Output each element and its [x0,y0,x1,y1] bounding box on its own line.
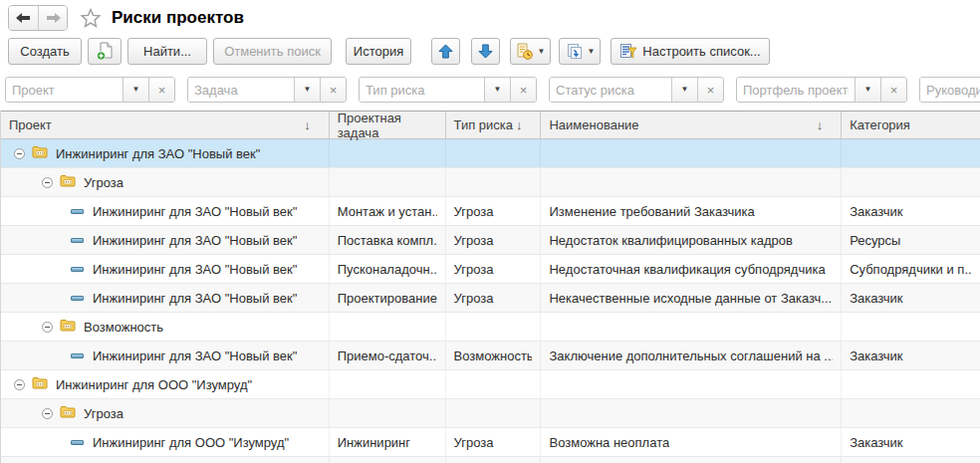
column-header-risk-type[interactable]: Тип риска↓ [446,112,542,138]
name-cell [541,399,842,427]
name-cell: Некачественные исходные данные от Заказч… [541,284,842,312]
task-filter-clear-button[interactable]: × [320,78,346,102]
task-filter-dropdown-button[interactable]: ▼ [294,78,320,102]
table-row-project-group[interactable]: Инжиниринг для ООО "Изумруд" [1,370,980,399]
name-cell: Недостаточная квалификация субподрядчика [541,255,842,283]
move-up-button[interactable] [431,38,460,65]
page-title: Риски проектов [112,8,244,28]
risk-status-filter-input[interactable] [550,78,671,102]
configure-list-button[interactable]: Настроить список... [611,38,770,65]
favorite-star-icon[interactable] [80,7,102,29]
report-menu-button[interactable]: ▼ [510,38,551,65]
toolbar: Создать Найти... Отменить поиск История [0,36,980,68]
task-cell [330,370,446,398]
sort-descending-icon: ↓ [516,117,523,132]
project-cell: Инжиниринг для ЗАО "Новый век" [1,226,330,254]
filter-risk-type: ▼ × [359,77,537,103]
table-row-risk[interactable]: Инжиниринг для ЗАО "Новый век" Приемо-сд… [1,342,980,370]
close-icon: × [707,83,715,98]
name-cell [541,168,842,196]
risk-type-filter-dropdown-button[interactable]: ▼ [484,78,510,102]
portfolio-filter-input[interactable] [737,78,855,102]
risk-type-cell [446,457,542,463]
project-filter-dropdown-button[interactable]: ▼ [122,78,148,102]
collapse-icon[interactable] [42,408,53,419]
task-cell: Поставка компл... [330,226,446,254]
project-cell: Инжиниринг для ЗАО "Новый век" [1,139,330,167]
risk-type-filter-input[interactable] [360,78,484,102]
category-cell: Ресурсы [842,226,980,254]
filter-task: ▼ × [187,77,347,103]
task-cell [330,399,446,427]
output-list-menu-button[interactable]: ▼ [559,38,601,65]
project-filter-clear-button[interactable]: × [148,78,174,102]
project-cell: Инжиниринг для ЗАО "Новый век" [1,342,330,369]
table-row-risk[interactable]: Инжиниринг для ООО "Изумруд" Инжиниринг … [1,428,980,457]
project-cell: Инжиниринг для ООО "Изумруд" [1,428,330,456]
arrow-up-icon [438,44,453,59]
task-cell [330,457,446,463]
project-cell: Инжиниринг для ООО "Изумруд" [1,370,330,398]
project-cell: Угроза [1,399,330,427]
table-row-risk-type-group[interactable]: Возможность [1,313,980,342]
table-row-risk[interactable]: Инжиниринг для ЗАО "Новый век" Монтаж и … [1,197,980,226]
move-down-button[interactable] [471,38,500,65]
project-cell: Возможность [1,313,330,341]
name-cell [541,457,842,463]
project-cell: Угроза [1,168,330,196]
folder-icon [32,145,48,161]
close-icon: × [330,83,338,98]
filter-row: ▼ × ▼ × ▼ × ▼ × ▼ × ▼ × [0,77,980,103]
risk-type-cell: Угроза [446,255,542,283]
column-header-project[interactable]: Проект↓ [1,112,330,138]
task-cell [330,168,446,196]
table-row-risk[interactable]: Инжиниринг для ЗАО "Новый век" Проектиро… [1,284,980,313]
name-cell: Недостаток квалифицированных кадров [541,226,842,254]
category-cell: Заказчик [842,284,980,312]
table-row-project-group[interactable]: Инжиниринг для ЗАО "Новый век" [1,139,980,168]
close-icon: × [520,83,528,98]
list-item-icon [71,209,84,214]
risk-type-filter-clear-button[interactable]: × [510,78,536,102]
manager-filter-input[interactable] [920,78,980,102]
risk-type-cell [446,399,542,427]
forward-button[interactable] [38,6,67,30]
table-row-risk-type-group[interactable]: Угроза [1,168,980,197]
portfolio-filter-dropdown-button[interactable]: ▼ [855,78,880,102]
table-row-risk[interactable]: Инжиниринг для ЗАО "Новый век" Пусконала… [1,255,980,284]
table-row-risk-type-group[interactable]: Угроза [1,399,980,428]
history-button[interactable]: История [346,38,411,65]
table-header: Проект↓ Проектная задача Тип риска↓ Наим… [1,111,980,139]
sort-descending-icon: ↓ [304,117,311,132]
collapse-icon[interactable] [14,148,25,159]
name-cell: Изменение требований Заказчика [541,197,842,225]
collapse-icon[interactable] [14,379,25,390]
column-header-name[interactable]: Наименование↓ [541,112,842,138]
project-cell: Инжиниринг для ЗАО "Новый век" [1,255,330,283]
risk-status-filter-dropdown-button[interactable]: ▼ [671,78,697,102]
category-cell: Заказчик [842,342,980,369]
collapse-icon[interactable] [42,177,53,188]
table-row-risk[interactable]: Инжиниринг для ЗАО "Новый век" Поставка … [1,226,980,255]
table-row-empty [1,457,980,463]
arrow-right-icon [46,12,61,24]
portfolio-filter-clear-button[interactable]: × [880,78,906,102]
task-cell: Монтаж и устан... [330,197,446,225]
project-filter-input[interactable] [6,78,122,102]
create-button[interactable]: Создать [8,38,82,65]
collapse-icon[interactable] [42,322,53,333]
column-header-task[interactable]: Проектная задача [330,112,446,138]
nav-history-control [8,5,68,31]
chevron-down-icon: ▼ [864,86,872,94]
cancel-search-button[interactable]: Отменить поиск [213,38,332,65]
back-button[interactable] [9,6,38,30]
risk-status-filter-clear-button[interactable]: × [697,78,723,102]
category-cell [842,399,980,427]
find-button[interactable]: Найти... [127,38,207,65]
column-header-category[interactable]: Категория [842,112,980,138]
task-filter-input[interactable] [188,78,294,102]
list-item-icon [71,267,84,272]
list-item-icon [71,353,84,358]
create-group-button[interactable] [88,38,122,65]
chevron-down-icon: ▼ [304,86,312,94]
